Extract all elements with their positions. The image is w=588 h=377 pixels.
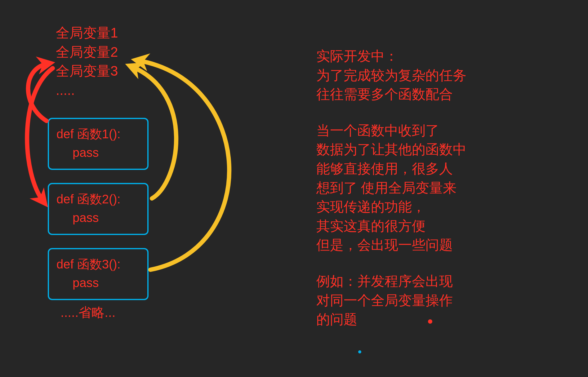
exp-line: 为了完成较为复杂的任务 xyxy=(316,66,466,85)
exp-line: 能够直接使用，很多人 xyxy=(316,159,466,178)
exp-line: 例如：并发程序会出现 xyxy=(316,272,466,291)
function-box-1: def 函数1(): pass xyxy=(48,118,149,170)
function-3-body: pass xyxy=(56,273,140,292)
function-box-2: def 函数2(): pass xyxy=(48,183,149,235)
explanation-para-2: 当一个函数中收到了 数据为了让其他的函数中 能够直接使用，很多人 想到了 使用全… xyxy=(316,121,466,255)
explanation-text: 实际开发中： 为了完成较为复杂的任务 往往需要多个函数配合 当一个函数中收到了 … xyxy=(316,47,466,346)
global-variables-list: 全局变量1 全局变量2 全局变量3 ..... xyxy=(56,23,118,100)
omit-text: .....省略... xyxy=(60,304,115,321)
exp-line: 往往需要多个函数配合 xyxy=(316,85,466,104)
function-box-3: def 函数3(): pass xyxy=(48,248,149,300)
global-var-1: 全局变量1 xyxy=(56,23,118,42)
exp-line: 的问题 xyxy=(316,310,466,329)
stray-dot-red xyxy=(428,319,432,324)
explanation-para-1: 实际开发中： 为了完成较为复杂的任务 往往需要多个函数配合 xyxy=(316,47,466,104)
exp-line: 其实这真的很方便 xyxy=(316,216,466,236)
exp-line: 当一个函数中收到了 xyxy=(316,121,466,140)
function-2-def: def 函数2(): xyxy=(56,190,140,208)
global-var-2: 全局变量2 xyxy=(56,42,118,62)
explanation-para-3: 例如：并发程序会出现 对同一个全局变量操作 的问题 xyxy=(316,272,466,329)
global-var-3: 全局变量3 xyxy=(56,61,118,81)
exp-line: 实际开发中： xyxy=(316,47,466,66)
arrow-globals-to-func3 xyxy=(138,60,229,270)
function-1-body: pass xyxy=(56,143,140,162)
exp-line: 对同一个全局变量操作 xyxy=(316,291,466,310)
function-3-def: def 函数3(): xyxy=(56,255,140,273)
function-2-body: pass xyxy=(56,208,140,227)
global-var-ellipsis: ..... xyxy=(56,81,118,100)
exp-line: 但是，会出现一些问题 xyxy=(316,235,466,255)
exp-line: 数据为了让其他的函数中 xyxy=(316,140,466,159)
exp-line: 想到了 使用全局变量来 xyxy=(316,178,466,197)
exp-line: 实现传递的功能， xyxy=(316,197,466,216)
function-1-def: def 函数1(): xyxy=(56,125,140,143)
arrow-func1-to-globals xyxy=(28,64,48,121)
stray-dot-blue xyxy=(358,350,361,353)
